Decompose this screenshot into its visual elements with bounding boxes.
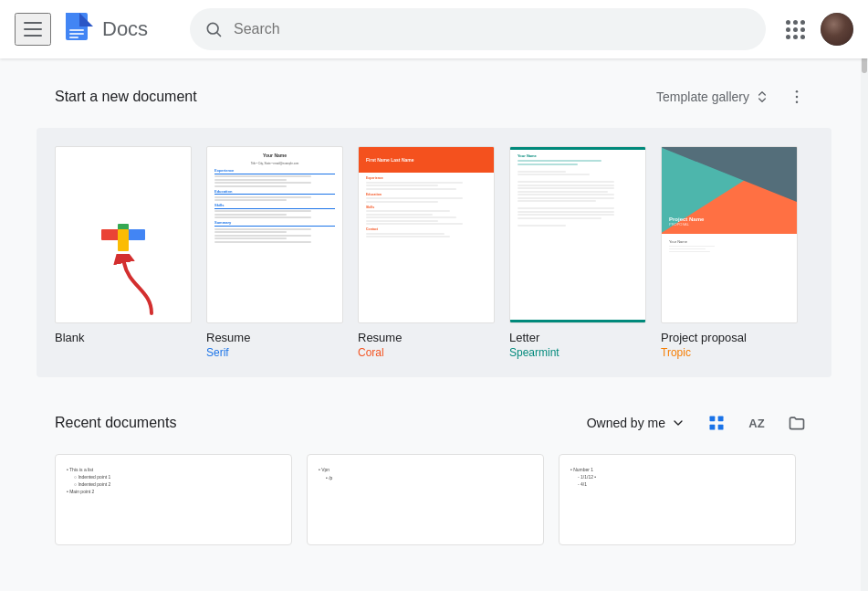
header-right [777, 11, 853, 47]
svg-rect-5 [69, 37, 78, 38]
svg-rect-13 [718, 417, 724, 422]
apps-grid-icon [786, 20, 805, 39]
docs-app-icon [58, 11, 95, 47]
template-blank-name: Blank [55, 331, 192, 344]
template-resume-serif-name: Resume [206, 331, 343, 344]
template-resume-serif-thumbnail: Your Name Title • City, State • email@ex… [206, 146, 343, 323]
template-gallery-controls: Template gallery [649, 80, 813, 113]
header-left: Docs [15, 11, 179, 47]
search-bar[interactable] [190, 8, 766, 50]
doc-1-content: • This is a list ○ Indented point 1 ○ In… [63, 462, 284, 499]
template-resume-coral-subtitle: Coral [358, 346, 495, 359]
hamburger-menu-button[interactable] [15, 13, 51, 46]
template-letter-spearmint-subtitle: Spearmint [509, 346, 646, 359]
template-project-tropic-subtitle: Tropic [661, 346, 798, 359]
recent-doc-2[interactable]: • Vpn • /p [307, 454, 544, 545]
svg-point-10 [796, 101, 799, 104]
search-icon [204, 20, 223, 38]
recent-controls: Owned by me AZ [580, 406, 813, 439]
template-resume-serif[interactable]: Your Name Title • City, State • email@ex… [206, 146, 343, 359]
avatar-image [821, 13, 853, 46]
letter-spearmint-content: Your Name [510, 147, 645, 233]
doc-2-content: • Vpn • /p [315, 462, 536, 486]
more-options-button[interactable] [780, 80, 813, 113]
svg-rect-15 [718, 425, 724, 430]
recent-section-header: Recent documents Owned by me [55, 406, 813, 439]
folder-view-button[interactable] [780, 406, 813, 439]
recent-doc-1[interactable]: • This is a list ○ Indented point 1 ○ In… [55, 454, 292, 545]
doc-3-content: • Number 1 - 1/1/12 • - 4/1 [567, 462, 788, 491]
main-content: Start a new document Template gallery [0, 58, 868, 567]
svg-point-8 [796, 90, 799, 93]
project-tropic-content: Project Name PROPOSAL Your Name [662, 147, 797, 262]
hamburger-line-2 [24, 28, 42, 30]
recent-section-title: Recent documents [55, 415, 176, 431]
recent-section: Recent documents Owned by me [55, 406, 813, 545]
template-gallery-label: Template gallery [656, 90, 749, 104]
sort-button[interactable]: AZ [740, 406, 773, 439]
recent-cards: • This is a list ○ Indented point 1 ○ In… [55, 454, 813, 545]
start-section-title: Start a new document [55, 89, 197, 105]
resume-coral-content: First Name Last Name Experience Educatio… [359, 147, 494, 245]
template-resume-serif-subtitle: Serif [206, 346, 343, 359]
folder-icon [788, 414, 806, 432]
chevron-down-icon [671, 416, 685, 430]
template-letter-spearmint[interactable]: Your Name [509, 146, 646, 359]
svg-point-9 [796, 96, 799, 99]
grid-view-icon [707, 414, 726, 432]
avatar[interactable] [821, 13, 853, 46]
search-container [190, 8, 766, 50]
svg-rect-1 [66, 13, 79, 26]
template-resume-coral-name: Resume [358, 331, 495, 344]
apps-grid-button[interactable] [777, 11, 813, 47]
app-title: Docs [102, 17, 148, 41]
owned-by-filter-button[interactable]: Owned by me [580, 410, 693, 436]
hamburger-line-3 [24, 35, 42, 37]
search-input[interactable] [234, 21, 751, 37]
vertical-dots-icon [788, 88, 806, 106]
sort-icon: AZ [748, 417, 764, 430]
chevron-updown-icon [755, 90, 769, 104]
svg-rect-12 [710, 417, 716, 422]
template-project-tropic[interactable]: Project Name PROPOSAL Your Name [661, 146, 798, 359]
template-blank-thumbnail [55, 146, 192, 323]
docs-logo[interactable]: Docs [58, 11, 148, 47]
template-letter-spearmint-name: Letter [509, 331, 646, 344]
template-resume-coral-thumbnail: First Name Last Name Experience Educatio… [358, 146, 495, 323]
start-section-header: Start a new document Template gallery [55, 80, 813, 113]
recent-doc-3[interactable]: • Number 1 - 1/1/12 • - 4/1 [559, 454, 796, 545]
owned-by-label: Owned by me [587, 416, 665, 430]
template-project-tropic-thumbnail: Project Name PROPOSAL Your Name [661, 146, 798, 323]
svg-line-7 [217, 33, 221, 37]
templates-row: Blank Your Name Title • City, State • em… [37, 128, 831, 377]
grid-view-button[interactable] [700, 406, 733, 439]
plus-bottom-yellow [118, 229, 129, 251]
app-header: Docs [0, 0, 868, 58]
template-resume-coral[interactable]: First Name Last Name Experience Educatio… [358, 146, 495, 359]
resume-serif-content: Your Name Title • City, State • email@ex… [207, 147, 342, 249]
svg-rect-3 [69, 29, 84, 31]
scrollbar-track[interactable] [861, 0, 868, 591]
red-arrow [110, 254, 165, 318]
template-project-tropic-name: Project proposal [661, 331, 798, 344]
template-letter-spearmint-thumbnail: Your Name [509, 146, 646, 323]
template-blank[interactable]: Blank [55, 146, 192, 359]
hamburger-line-1 [24, 22, 42, 24]
template-gallery-button[interactable]: Template gallery [649, 84, 777, 110]
svg-rect-14 [710, 425, 716, 430]
svg-rect-4 [69, 33, 84, 35]
